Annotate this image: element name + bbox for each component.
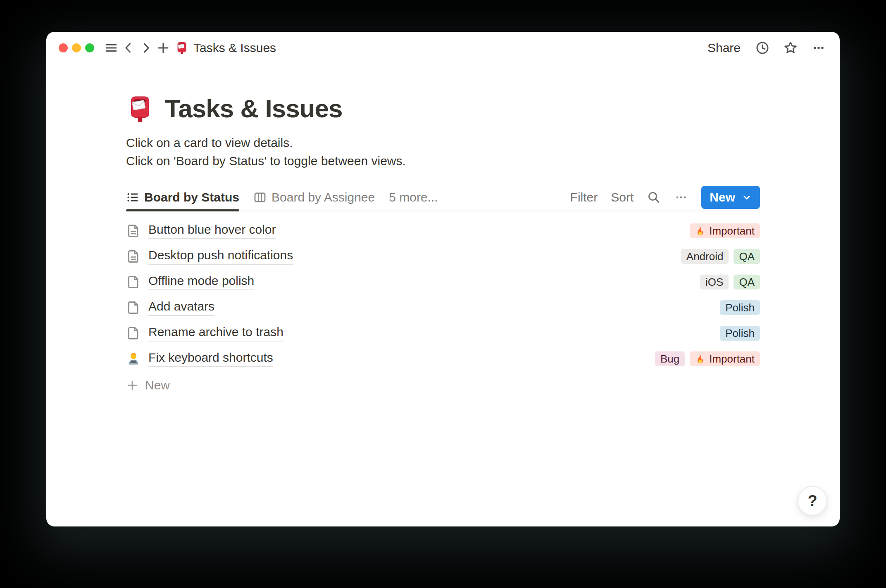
hamburger-menu-icon[interactable] (102, 39, 120, 57)
search-icon[interactable] (647, 190, 661, 204)
tag-pill[interactable]: QA (734, 249, 760, 264)
tag-label: Android (686, 250, 724, 263)
plus-icon (126, 379, 138, 391)
new-button[interactable]: New (701, 186, 760, 209)
page-title[interactable]: Tasks & Issues (165, 94, 342, 123)
row-icon-slot (126, 326, 141, 340)
tag-pill[interactable]: QA (734, 275, 760, 289)
toolbar-actions: Share (705, 39, 827, 57)
add-new-row-button[interactable]: New (126, 378, 760, 392)
page-icon (126, 326, 141, 340)
notion-window: Tasks & Issues Share (46, 32, 840, 526)
list-item[interactable]: Desktop push notifications AndroidQA (126, 244, 760, 269)
row-tags: Important (690, 223, 760, 238)
view-tabs: Board by Status Board by Assignee 5 more… (126, 184, 452, 211)
mailbox-icon (175, 41, 188, 55)
row-title[interactable]: Rename archive to trash (148, 325, 283, 341)
more-options-icon[interactable] (810, 39, 827, 57)
chevron-down-icon (742, 192, 752, 202)
page-text-icon (126, 224, 141, 238)
traffic-lights (59, 43, 94, 52)
filter-button[interactable]: Filter (570, 190, 598, 204)
tag-label: Polish (725, 327, 755, 340)
breadcrumb[interactable]: Tasks & Issues (175, 41, 276, 55)
tag-label: Important (709, 353, 755, 365)
mailbox-icon (126, 95, 154, 123)
tag-pill[interactable]: Important (690, 223, 760, 238)
desktop-background: Tasks & Issues Share (0, 0, 886, 588)
tag-label: QA (739, 276, 755, 289)
page-header: Tasks & Issues (126, 94, 760, 123)
favorite-star-icon[interactable] (782, 39, 799, 57)
view-tab[interactable]: Board by Status (126, 184, 239, 211)
page-description: Click on a card to view details. Click o… (126, 134, 760, 170)
row-icon-slot (126, 224, 141, 238)
tab-icon-slot (126, 191, 139, 204)
tag-label: QA (739, 250, 755, 263)
row-tags: AndroidQA (681, 249, 760, 264)
tag-label: Bug (660, 353, 679, 365)
mailbox-icon (175, 41, 188, 55)
description-line: Click on 'Board by Status' to toggle bet… (126, 152, 760, 170)
view-tab[interactable]: 5 more... (389, 184, 438, 211)
description-line: Click on a card to view details. (126, 134, 760, 152)
page-icon (126, 275, 141, 289)
board-view-icon (253, 191, 267, 204)
mailbox-icon[interactable] (126, 95, 154, 123)
tag-pill[interactable]: iOS (700, 275, 729, 289)
list-view-icon (126, 191, 139, 204)
more-options-icon[interactable] (674, 190, 688, 204)
tab-icon-slot (253, 191, 267, 204)
new-button-label: New (710, 190, 735, 204)
tag-pill[interactable]: Android (681, 249, 729, 264)
view-tab[interactable]: Board by Assignee (253, 184, 375, 211)
tab-label: Board by Assignee (272, 190, 375, 204)
fire-icon (695, 226, 705, 236)
tag-label: Polish (725, 301, 755, 314)
list-item[interactable]: Offline mode polish iOSQA (126, 269, 760, 295)
minimize-window-button[interactable] (72, 43, 81, 52)
tag-pill[interactable]: Important (690, 351, 760, 366)
forward-icon[interactable] (137, 39, 155, 57)
page-content: Tasks & Issues Click on a card to view d… (126, 94, 760, 392)
row-title[interactable]: Button blue hover color (148, 223, 276, 239)
sort-button[interactable]: Sort (611, 190, 634, 204)
row-tags: Polish (720, 326, 760, 341)
technologist-icon (126, 352, 141, 366)
row-title[interactable]: Offline mode polish (148, 274, 254, 290)
new-row-label: New (145, 378, 170, 392)
list-item[interactable]: Fix keyboard shortcuts Bug Important (126, 346, 760, 372)
history-clock-icon[interactable] (754, 39, 771, 57)
tag-pill[interactable]: Bug (655, 351, 685, 366)
tag-label: iOS (705, 276, 723, 289)
tab-label: Board by Status (144, 190, 239, 204)
share-button[interactable]: Share (705, 41, 743, 55)
row-icon-slot (126, 249, 141, 263)
row-icon-slot (126, 301, 141, 315)
tab-label: 5 more... (389, 190, 438, 204)
new-page-icon[interactable] (155, 39, 172, 57)
list-item[interactable]: Add avatars Polish (126, 295, 760, 320)
window-toolbar: Tasks & Issues Share (46, 32, 840, 64)
task-list: Button blue hover color Important Deskto… (126, 218, 760, 372)
view-tabbar: Board by Status Board by Assignee 5 more… (126, 184, 760, 211)
row-title[interactable]: Fix keyboard shortcuts (148, 351, 273, 367)
tag-pill[interactable]: Polish (720, 326, 760, 341)
row-tags: Bug Important (655, 351, 760, 366)
row-title[interactable]: Desktop push notifications (148, 248, 293, 265)
back-icon[interactable] (120, 39, 137, 57)
row-icon-slot (126, 352, 141, 366)
page-icon (126, 301, 141, 315)
tag-pill[interactable]: Polish (720, 300, 760, 315)
close-window-button[interactable] (59, 43, 68, 52)
list-item[interactable]: Button blue hover color Important (126, 218, 760, 244)
document-title: Tasks & Issues (193, 41, 276, 55)
row-tags: Polish (720, 300, 760, 315)
zoom-window-button[interactable] (85, 43, 94, 52)
row-title[interactable]: Add avatars (148, 299, 214, 316)
row-icon-slot (126, 275, 141, 289)
list-item[interactable]: Rename archive to trash Polish (126, 320, 760, 346)
fire-icon (695, 354, 705, 364)
tag-label: Important (709, 225, 755, 237)
help-button[interactable]: ? (798, 486, 827, 516)
